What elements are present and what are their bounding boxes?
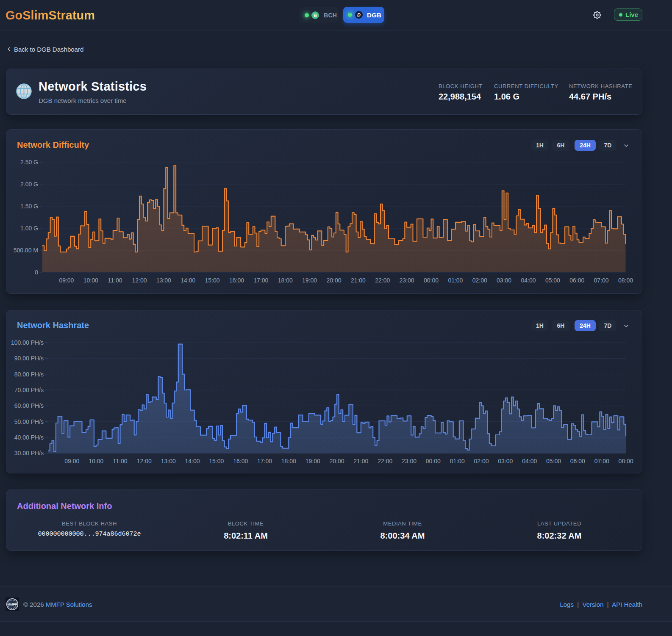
svg-text:2.50 G: 2.50 G [20,159,38,166]
svg-text:14:00: 14:00 [185,458,200,465]
svg-text:18:00: 18:00 [281,458,296,465]
svg-text:11:00: 11:00 [108,277,122,284]
svg-text:13:00: 13:00 [156,277,171,284]
svg-text:0: 0 [35,269,38,276]
svg-text:70.00 PH/s: 70.00 PH/s [14,387,44,393]
svg-text:14:00: 14:00 [180,277,195,284]
svg-text:00:00: 00:00 [426,458,441,465]
svg-text:05:00: 05:00 [545,277,560,284]
svg-text:15:00: 15:00 [209,458,224,465]
svg-text:09:00: 09:00 [59,277,74,284]
svg-text:500.00 M: 500.00 M [14,247,38,254]
svg-text:80.00 PH/s: 80.00 PH/s [14,371,44,378]
svg-text:12:00: 12:00 [132,277,147,284]
svg-text:21:00: 21:00 [351,277,366,284]
svg-text:22:00: 22:00 [378,458,392,465]
svg-text:11:00: 11:00 [113,458,128,465]
svg-text:MMFP: MMFP [7,603,17,606]
svg-text:19:00: 19:00 [305,458,320,465]
svg-text:2.00 G: 2.00 G [20,181,38,188]
svg-text:16:00: 16:00 [233,458,248,465]
svg-text:07:00: 07:00 [594,277,609,284]
svg-text:30.00 PH/s: 30.00 PH/s [14,450,44,456]
svg-text:1.00 G: 1.00 G [20,225,38,232]
svg-text:06:00: 06:00 [569,277,584,284]
svg-text:04:00: 04:00 [521,277,536,284]
svg-text:50.00 PH/s: 50.00 PH/s [14,418,44,425]
svg-text:19:00: 19:00 [302,277,317,284]
svg-text:21:00: 21:00 [353,458,368,465]
svg-text:00:00: 00:00 [424,277,439,284]
svg-text:40.00 PH/s: 40.00 PH/s [14,434,44,441]
svg-text:17:00: 17:00 [253,277,268,284]
svg-text:07:00: 07:00 [594,458,609,465]
svg-text:10:00: 10:00 [83,277,98,284]
svg-text:02:00: 02:00 [472,277,487,284]
svg-text:23:00: 23:00 [402,458,417,465]
svg-text:09:00: 09:00 [64,458,79,465]
svg-text:10:00: 10:00 [89,458,103,465]
svg-text:15:00: 15:00 [205,277,220,284]
svg-text:01:00: 01:00 [450,458,465,465]
svg-text:16:00: 16:00 [229,277,244,284]
svg-text:20:00: 20:00 [329,458,344,465]
svg-text:02:00: 02:00 [474,458,489,465]
svg-text:60.00 PH/s: 60.00 PH/s [14,402,44,409]
svg-text:18:00: 18:00 [278,277,293,284]
svg-text:01:00: 01:00 [448,277,463,284]
svg-text:03:00: 03:00 [497,277,511,284]
svg-text:08:00: 08:00 [618,458,633,465]
svg-text:23:00: 23:00 [400,277,414,284]
svg-text:08:00: 08:00 [618,277,633,284]
svg-text:13:00: 13:00 [161,458,176,465]
svg-text:90.00 PH/s: 90.00 PH/s [14,355,44,362]
svg-text:22:00: 22:00 [375,277,390,284]
svg-text:06:00: 06:00 [570,458,585,465]
svg-text:05:00: 05:00 [546,458,561,465]
svg-text:03:00: 03:00 [498,458,513,465]
svg-text:12:00: 12:00 [137,458,152,465]
svg-text:20:00: 20:00 [326,277,341,284]
svg-text:1.50 G: 1.50 G [20,203,38,210]
svg-text:04:00: 04:00 [522,458,537,465]
svg-text:100.00 PH/s: 100.00 PH/s [11,339,44,346]
svg-text:17:00: 17:00 [257,458,272,465]
